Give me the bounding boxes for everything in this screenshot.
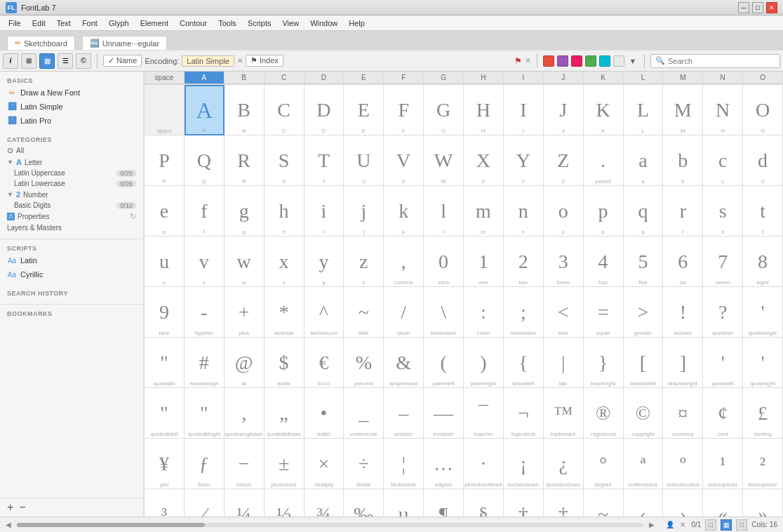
glyph-cell-C[interactable]: CC (265, 85, 304, 135)
glyph-cell-t[interactable]: tt (743, 186, 783, 237)
glyph-cell-florin[interactable]: ƒflorin (185, 439, 225, 489)
tab-unnamed[interactable]: 🔤 Unname···egular (82, 36, 167, 50)
glyph-cell-w[interactable]: ww (225, 237, 265, 287)
glyph-cell-ordfeminine[interactable]: ªordfeminine (624, 439, 664, 489)
glyph-cell-F[interactable]: FF (384, 85, 424, 135)
remove-button[interactable]: − (19, 501, 25, 514)
glyph-cell-Q[interactable]: QQ (185, 135, 225, 186)
glyph-cell-B[interactable]: BB (225, 85, 265, 135)
glyph-cell-I[interactable]: II (504, 85, 544, 135)
glyph-cell-questiondown[interactable]: ¿questiondown (544, 439, 584, 489)
view-small-button[interactable]: □ (705, 519, 716, 531)
flag-icon[interactable]: ⚑ (514, 56, 522, 66)
x-close[interactable]: ✕ (680, 521, 685, 528)
glyph-cell-exclamdown[interactable]: ¡exclamdown (504, 439, 544, 489)
glyph-cell-i[interactable]: ii (304, 186, 344, 237)
glyph-cell-L[interactable]: LL (624, 85, 664, 135)
glyph-cell-guillemotleft[interactable]: «guillemotleft (703, 489, 743, 517)
tab-sketchboard[interactable]: ✏ Sketchboard (7, 36, 75, 50)
glyph-cell-h[interactable]: hh (265, 186, 304, 237)
glyph-cell-m[interactable]: mm (464, 186, 504, 237)
glyph-cell-braceleft[interactable]: {braceleft (504, 338, 544, 388)
glyph-cell-semicolon[interactable]: ;semicolon (504, 287, 544, 338)
glyph-cell-quotesinglbase[interactable]: ‚quotesinglbase (225, 388, 265, 439)
glyph-cell-sterling[interactable]: £sterling (743, 388, 783, 439)
glyph-cell-P[interactable]: PP (145, 135, 185, 186)
sidebar-item-latin-lowercase[interactable]: Latin Lowercase 0/26 (0, 178, 143, 189)
menu-help[interactable]: Help (343, 18, 370, 29)
glyph-cell-X[interactable]: XX (464, 135, 504, 186)
glyph-cell-zero[interactable]: 0zero (424, 237, 464, 287)
glyph-cell-n[interactable]: nn (504, 186, 544, 237)
glyph-cell-parenleft[interactable]: (parenleft (424, 338, 464, 388)
color-chip-purple[interactable] (557, 55, 568, 67)
glyph-cell-divide[interactable]: ÷divide (344, 439, 384, 489)
glyph-cell-threequarters[interactable]: ¾threequarters (304, 489, 344, 517)
menu-window[interactable]: Window (304, 18, 343, 29)
glyph-cell-q[interactable]: qq (624, 186, 664, 237)
color-chip-pink[interactable] (571, 55, 582, 67)
glyph-cell-W[interactable]: WW (424, 135, 464, 186)
glyph-cell-currency[interactable]: ¤currency (663, 388, 703, 439)
menu-edit[interactable]: Edit (27, 18, 51, 29)
menu-scripts[interactable]: Scripts (242, 18, 277, 29)
glyph-cell-plus[interactable]: +plus (225, 287, 265, 338)
glyph-cell-N[interactable]: NN (703, 85, 743, 135)
glyph-cell-degree[interactable]: °degree (584, 439, 624, 489)
menu-view[interactable]: View (276, 18, 304, 29)
glyph-cell-K[interactable]: KK (584, 85, 624, 135)
glyph-cell-quoteright[interactable]: 'quoteright (743, 338, 783, 388)
glyph-cell-cent[interactable]: ¢cent (703, 388, 743, 439)
glyph-cell-paragraph[interactable]: ¶paragraph (424, 489, 464, 517)
glyph-cell-u[interactable]: uu (145, 237, 185, 287)
list-view-button[interactable]: ☰ (58, 53, 73, 69)
scroll-right-icon[interactable]: ▶ (649, 521, 655, 528)
glyph-cell-d[interactable]: dd (743, 135, 783, 186)
sidebar-item-latin-uppercase[interactable]: Latin Uppercase 0/25 (0, 168, 143, 178)
glyph-cell-l[interactable]: ll (424, 186, 464, 237)
glyph-cell-E[interactable]: EE (344, 85, 384, 135)
glyph-cell-v[interactable]: vv (185, 237, 225, 287)
sidebar-item-basic-digits[interactable]: Basic Digits 0/10 (0, 200, 143, 211)
glyph-cell-equal[interactable]: =equal (584, 287, 624, 338)
glyph-cell-perthousand[interactable]: ‰perthousand (344, 489, 384, 517)
glyph-cell-c[interactable]: cc (703, 135, 743, 186)
glyph-cell-brokenbar[interactable]: ¦brokenbar (384, 439, 424, 489)
glyph-cell-parenright[interactable]: )parenright (464, 338, 504, 388)
maximize-button[interactable]: □ (752, 2, 763, 13)
glyph-cell-at[interactable]: @at (225, 338, 265, 388)
glyph-cell-one[interactable]: 1one (464, 237, 504, 287)
glyph-cell-three[interactable]: 3three (544, 237, 584, 287)
glyph-cell-comma[interactable]: ,comma (384, 237, 424, 287)
sidebar-item-latin-simple[interactable]: 🅰 Latin Simple (0, 100, 143, 114)
sidebar-item-layers-masters[interactable]: Layers & Masters (0, 222, 143, 233)
glyph-cell-b[interactable]: bb (663, 135, 703, 186)
glyph-cell-period[interactable]: .period (584, 135, 624, 186)
glyph-cell-bracketright[interactable]: ]bracketright (663, 338, 703, 388)
glyph-cell-greater[interactable]: >greater (624, 287, 664, 338)
glyph-cell-emdash[interactable]: —emdash (424, 388, 464, 439)
close-button[interactable]: ✕ (766, 2, 777, 13)
glyph-cell-ellipsis[interactable]: …ellipsis (424, 439, 464, 489)
menu-glyph[interactable]: Glyph (103, 18, 135, 29)
glyph-cell-fraction[interactable]: ⁄fraction (185, 489, 225, 517)
glyph-cell-a[interactable]: aa (624, 135, 664, 186)
glyph-cell-U[interactable]: UU (344, 135, 384, 186)
glyph-cell-dollar[interactable]: $dollar (265, 338, 304, 388)
grid-view-button[interactable]: ⊞ (21, 53, 36, 69)
glyph-cell-copyright[interactable]: ©copyright (624, 388, 664, 439)
color-chip-red[interactable] (543, 55, 554, 67)
glyph-cell-ordmasculine[interactable]: ºordmasculine (663, 439, 703, 489)
glyph-cell-twosuperior[interactable]: ²twosuperior (743, 439, 783, 489)
scroll-left-icon[interactable]: ◀ (6, 521, 11, 528)
sidebar-item-draw[interactable]: ✏ Draw a New Font (0, 86, 143, 100)
glyph-cell-braceright[interactable]: }braceright (584, 338, 624, 388)
color-more-button[interactable]: ▼ (627, 55, 638, 67)
view-large-button[interactable]: □ (736, 519, 747, 531)
glyph-cell-M[interactable]: MM (663, 85, 703, 135)
glyph-cell-tilde[interactable]: ~tilde (344, 287, 384, 338)
menu-element[interactable]: Element (135, 18, 174, 29)
glyph-cell-V[interactable]: VV (384, 135, 424, 186)
glyph-cell-multiply[interactable]: ×multiply (304, 439, 344, 489)
glyph-cell-exclam[interactable]: !exclam (663, 287, 703, 338)
